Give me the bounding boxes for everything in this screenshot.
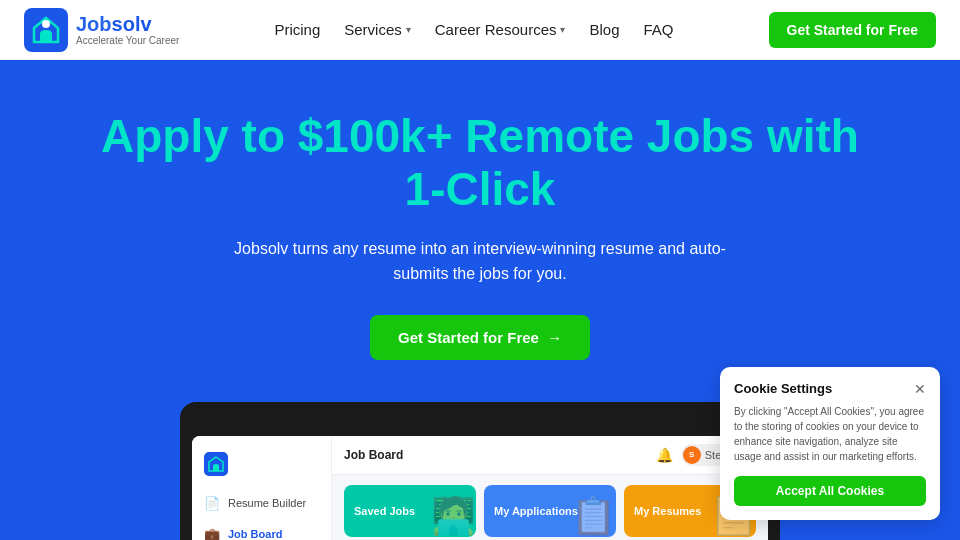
bell-icon[interactable]: 🔔 xyxy=(656,447,673,463)
resume-icon: 📄 xyxy=(204,496,220,511)
logo-brand-2: solv xyxy=(112,13,152,35)
logo-brand-1: Job xyxy=(76,13,112,35)
nav-cta-button[interactable]: Get Started for Free xyxy=(769,12,936,48)
device-frame: 📄 Resume Builder 💼 Job Board 👤 My Accoun… xyxy=(180,402,780,540)
nav-services[interactable]: Services ▾ xyxy=(344,21,411,38)
nav-faq[interactable]: FAQ xyxy=(644,21,674,38)
sidebar-item-job-board[interactable]: 💼 Job Board xyxy=(192,519,331,540)
card-my-applications[interactable]: My Applications 📋 xyxy=(484,485,616,537)
svg-point-1 xyxy=(42,20,50,28)
sidebar-logo xyxy=(192,448,331,488)
chevron-down-icon: ▾ xyxy=(406,24,411,35)
chevron-down-icon: ▾ xyxy=(560,24,565,35)
card-figure: 📋 xyxy=(571,495,616,537)
topbar-title: Job Board xyxy=(344,448,403,462)
cookie-header: Cookie Settings ✕ xyxy=(734,381,926,396)
cookie-accept-button[interactable]: Accept All Cookies xyxy=(734,476,926,506)
logo-text: Jobsolv Accelerate Your Career xyxy=(76,13,179,46)
hero-title: Apply to $100k+ Remote Jobs with 1-Click xyxy=(90,110,870,216)
cookie-title: Cookie Settings xyxy=(734,381,832,396)
device-screen: 📄 Resume Builder 💼 Job Board 👤 My Accoun… xyxy=(192,436,768,540)
navbar: Jobsolv Accelerate Your Career Pricing S… xyxy=(0,0,960,60)
logo-tagline: Accelerate Your Career xyxy=(76,35,179,46)
cookie-body: By clicking "Accept All Cookies", you ag… xyxy=(734,404,926,464)
job-icon: 💼 xyxy=(204,527,220,540)
cards-row: Saved Jobs 🧑‍💻 My Applications 📋 My Resu… xyxy=(332,475,768,540)
avatar: S xyxy=(683,446,701,464)
nav-links: Pricing Services ▾ Career Resources ▾ Bl… xyxy=(274,21,673,38)
sidebar-item-resume-builder[interactable]: 📄 Resume Builder xyxy=(192,488,331,519)
arrow-icon: → xyxy=(547,329,562,346)
app-topbar: Job Board 🔔 S Steven ▾ xyxy=(332,436,768,475)
card-figure: 🧑‍💻 xyxy=(431,495,476,537)
cookie-close-button[interactable]: ✕ xyxy=(914,382,926,396)
logo-icon xyxy=(24,8,68,52)
hero-subtitle: Jobsolv turns any resume into an intervi… xyxy=(220,236,740,287)
cookie-banner: Cookie Settings ✕ By clicking "Accept Al… xyxy=(720,367,940,520)
nav-career-resources[interactable]: Career Resources ▾ xyxy=(435,21,566,38)
logo[interactable]: Jobsolv Accelerate Your Career xyxy=(24,8,179,52)
device-notch xyxy=(440,414,520,428)
hero-cta-button[interactable]: Get Started for Free → xyxy=(370,315,590,360)
nav-pricing[interactable]: Pricing xyxy=(274,21,320,38)
nav-blog[interactable]: Blog xyxy=(589,21,619,38)
app-main: Job Board 🔔 S Steven ▾ Saved Jo xyxy=(332,436,768,540)
app-sidebar: 📄 Resume Builder 💼 Job Board 👤 My Accoun… xyxy=(192,436,332,540)
card-saved-jobs[interactable]: Saved Jobs 🧑‍💻 xyxy=(344,485,476,537)
sidebar-logo-icon xyxy=(204,452,228,476)
